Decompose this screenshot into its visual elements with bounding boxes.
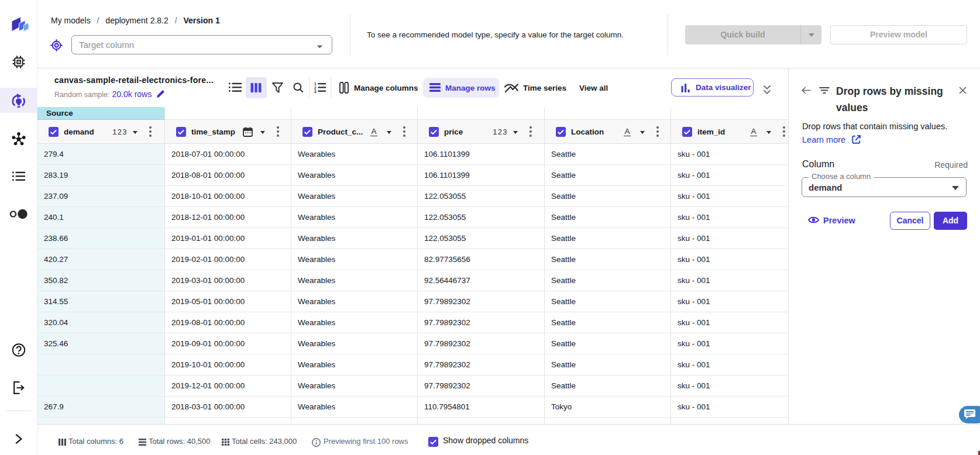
svg-text:3: 3 bbox=[314, 89, 317, 93]
